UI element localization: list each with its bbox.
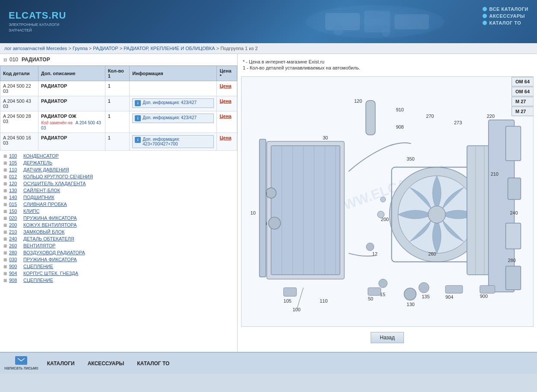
footer-email[interactable]: написать письмо [4,356,38,370]
subgroup-item[interactable]: ⊞ 012 КОЛЬЦО КРУГЛОГО СЕЧЕНИЯ [0,173,237,180]
subgroup-code: 012 [9,174,22,179]
logo-title: ELCATS.RU [9,10,66,21]
price-link[interactable]: Цена [219,114,231,119]
diagram-svg: WWW.ELCATS.RU 100 [241,77,533,326]
group-expand-icon[interactable]: ⊟ [3,57,7,62]
svg-point-4 [333,25,343,35]
logo: ELCATS.RU ЭЛЕКТРОННЫЕ КАТАЛОГИ ЗАПЧАСТЕЙ [0,6,75,37]
price-link[interactable]: Цена [219,135,231,140]
svg-text:904: 904 [445,294,453,300]
col-info: Информация [130,66,217,81]
subgroup-item[interactable]: ⊞ 015 СЛИВНАЯ ПРОБКА [0,201,237,208]
breadcrumb: лог автозапчастей Mercedes > Группа > РА… [0,43,537,54]
model-tag[interactable]: M 27 [512,97,533,106]
part-qty: 1 [108,135,111,140]
footer-nav-item[interactable]: КАТАЛОГ ТО [137,360,169,367]
subgroup-item[interactable]: ⊞ 260 ВЕНТИЛЯТОР [0,242,237,249]
info-box: i Доп. информация: 423/427 [132,98,214,108]
subgroup-item[interactable]: ⊞ 030 ПРУЖИНА ФИКСАТОРА [0,256,237,263]
breadcrumb-current: Подгруппа 1 из 2 [220,46,257,51]
left-panel: ⊟ 010 РАДИАТОР Код детали Доп. описание … [0,54,238,352]
model-tag[interactable]: M 27 [512,107,533,116]
subgroup-item[interactable]: ⊞ 210 ЗАМКОВЫЙ БЛОК [0,228,237,235]
subgroup-item[interactable]: ⊞ 150 КЛИПС [0,208,237,215]
price-link[interactable]: Цена [219,83,231,89]
breadcrumb-link-radiator[interactable]: РАДИАТОР [93,46,118,51]
model-tag[interactable]: OM 64 [512,87,533,96]
subgroup-name: ОСУШИТЕЛЬ ХЛАДАГЕНТА [23,181,86,186]
subgroup-expand-icon: ⊞ [3,278,7,283]
subgroup-code: 100 [9,153,22,158]
svg-text:910: 910 [396,107,404,112]
subgroup-code: 240 [9,236,22,241]
subgroup-name: КОЛЬЦО КРУГЛОГО СЕЧЕНИЯ [23,174,93,179]
nav-item-all-catalogs[interactable]: ВСЕ КАТАЛОГИ [483,6,529,12]
subgroup-item[interactable]: ⊞ 900 СЦЕПЛЕНИЕ [0,263,237,270]
subgroup-item[interactable]: ⊞ 110 ДАТЧИК ДАВЛЕНИЯ [0,166,237,173]
part-name: РАДИАТОР [41,135,67,140]
subgroup-name: СЦЕПЛЕНИЕ [23,278,53,283]
subgroup-item[interactable]: ⊞ 130 САЙЛЕНТ-БЛОК [0,187,237,194]
subgroup-item[interactable]: ⊞ 908 СЦЕПЛЕНИЕ [0,277,237,284]
subgroup-expand-icon: ⊞ [3,202,7,207]
part-code: A 204 500 22 03 [3,83,31,94]
info-link[interactable]: Доп. информация: 423/427 [143,100,197,105]
svg-rect-8 [271,145,340,275]
svg-text:30: 30 [323,135,328,140]
subgroup-item[interactable]: ⊞ 105 ДЕРЖАТЕЛЬ [0,159,237,166]
part-name: РАДИАТОР [41,98,67,104]
subgroup-item[interactable]: ⊞ 280 ВОЗДУХОВОД РАДИАТОРА [0,249,237,256]
subgroup-name: КОРПУС ШТЕК. ГНЕЗДА [23,271,78,276]
subgroup-code: 105 [9,160,22,165]
subgroup-code: 030 [9,257,22,262]
svg-text:110: 110 [320,298,327,303]
subgroup-expand-icon: ⊞ [3,243,7,248]
subgroup-code: 210 [9,229,22,234]
footer-nav-item[interactable]: АКСЕССУАРЫ [88,360,124,367]
subgroup-name: СЛИВНАЯ ПРОБКА [23,202,67,207]
subgroup-name: ДЕРЖАТЕЛЬ [23,160,52,165]
col-qty: Кол-во 1 [105,66,130,81]
nav-item-accessories[interactable]: АКСЕССУАРЫ [483,13,529,19]
group-header: ⊟ 010 РАДИАТОР [0,54,237,66]
subgroup-item[interactable]: ⊞ 904 КОРПУС ШТЕК. ГНЕЗДА [0,270,237,277]
info-link[interactable]: Доп. информация: 423/427 [143,115,197,120]
subgroup-name: КОЖУХ ВЕНТИЛЯТОРА [23,222,77,228]
nav-item-catalog-to[interactable]: КАТАЛОГ ТО [483,20,529,25]
subgroup-code: 150 [9,209,22,214]
nav-dot-icon [483,14,487,18]
breadcrumb-link-radiator-mount[interactable]: РАДИАТОР, КРЕПЛЕНИЕ И ОБЛИЦОВКА [124,46,215,51]
footer-nav-item[interactable]: КАТАЛОГИ [47,360,75,367]
header-engine-illustration [299,2,451,41]
subgroup-item[interactable]: ⊞ 020 ПРУЖИНА ФИКСАТОРА [0,215,237,221]
svg-text:280: 280 [508,258,516,263]
subgroup-item[interactable]: ⊞ 140 ПОДШИПНИК [0,194,237,201]
right-panel: * - Цена в интернет-магазине Exist.ru 1 … [238,54,537,352]
back-button[interactable]: Назад [371,332,404,343]
subgroup-item[interactable]: ⊞ 120 ОСУШИТЕЛЬ ХЛАДАГЕНТА [0,180,237,187]
subgroup-name: ПОДШИПНИК [23,195,54,200]
subgroup-code: 900 [9,264,22,269]
footer: написать письмо КАТАЛОГИАКСЕССУАРЫКАТАЛО… [0,352,537,374]
subgroup-expand-icon: ⊞ [3,264,7,269]
subgroup-name: СЦЕПЛЕНИЕ [23,264,53,269]
col-description: Доп. описание [38,66,105,81]
subgroup-item[interactable]: ⊞ 200 КОЖУХ ВЕНТИЛЯТОРА [0,221,237,228]
model-tag[interactable]: OM 64 [512,77,533,86]
svg-point-37 [366,243,374,251]
breadcrumb-link-catalog[interactable]: лог автозапчастей Mercedes [4,46,67,51]
svg-text:100: 100 [292,307,300,312]
subgroup-item[interactable]: ⊞ 100 КОНДЕНСАТОР [0,152,237,159]
subgroup-name: ПРУЖИНА ФИКСАТОРА [23,215,77,221]
breadcrumb-link-group[interactable]: Группа [73,46,88,51]
svg-text:270: 270 [426,114,434,119]
subgroup-name: КЛИПС [23,209,39,214]
info-link[interactable]: Доп. информация: 423+700/427+700 [143,137,211,146]
svg-text:240: 240 [510,210,518,215]
price-link[interactable]: Цена [219,98,231,104]
table-row: A 204 500 16 03 РАДИАТОР 1 i Доп. информ… [0,133,237,151]
subgroup-item[interactable]: ⊞ 240 ДЕТАЛЬ ОБТЕКАТЕЛЯ [0,235,237,242]
table-row: A 204 500 28 03 РАДИАТОР ОЖ Код заменён … [0,111,237,133]
group-code: 010 [10,57,18,63]
subgroup-code: 015 [9,202,22,207]
